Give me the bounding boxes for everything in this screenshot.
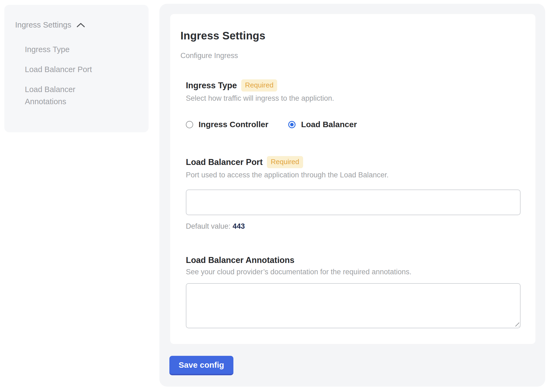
- radio-label-load-balancer: Load Balancer: [301, 120, 357, 129]
- save-config-button[interactable]: Save config: [169, 356, 233, 375]
- field-description-ingress-type: Select how traffic will ingress to the a…: [186, 94, 521, 103]
- settings-card: Ingress Settings Configure Ingress Ingre…: [170, 14, 535, 344]
- field-label-load-balancer-port: Load Balancer Port: [186, 157, 263, 167]
- default-value-label: Default value:: [186, 222, 230, 230]
- sidebar-panel: Ingress Settings Ingress Type Load Balan…: [4, 5, 149, 132]
- chevron-up-icon: [76, 22, 85, 29]
- default-value-line: Default value:443: [186, 222, 521, 231]
- section-ingress-type: Ingress Type Required Select how traffic…: [186, 79, 521, 129]
- section-load-balancer-annotations: Load Balancer Annotations See your cloud…: [186, 255, 521, 328]
- radio-icon-ingress-controller[interactable]: [186, 121, 193, 128]
- default-value: 443: [233, 222, 245, 230]
- page-title: Ingress Settings: [180, 30, 521, 42]
- sidebar-item-list: Ingress Type Load Balancer Port Load Bal…: [15, 43, 138, 108]
- field-description-load-balancer-annotations: See your cloud provider’s documentation …: [186, 268, 521, 276]
- radio-icon-load-balancer[interactable]: [288, 121, 296, 128]
- page-subtitle: Configure Ingress: [180, 52, 521, 60]
- ingress-type-label-row: Ingress Type Required: [186, 79, 521, 92]
- radio-label-ingress-controller: Ingress Controller: [199, 120, 268, 129]
- section-load-balancer-port: Load Balancer Port Required Port used to…: [186, 156, 521, 231]
- load-balancer-port-input[interactable]: [186, 190, 521, 215]
- page: Ingress Settings Ingress Type Load Balan…: [0, 0, 550, 392]
- sidebar-section-title: Ingress Settings: [15, 21, 71, 29]
- sidebar-item-load-balancer-annotations[interactable]: Load Balancer Annotations: [25, 83, 117, 108]
- radio-option-load-balancer[interactable]: Load Balancer: [288, 120, 357, 129]
- required-badge: Required: [241, 79, 277, 92]
- field-description-load-balancer-port: Port used to access the application thro…: [186, 171, 521, 179]
- lb-port-label-row: Load Balancer Port Required: [186, 156, 521, 168]
- annotations-textarea-wrap: [186, 283, 521, 328]
- field-label-load-balancer-annotations: Load Balancer Annotations: [186, 255, 294, 265]
- field-label-ingress-type: Ingress Type: [186, 81, 237, 90]
- form-sections: Ingress Type Required Select how traffic…: [186, 79, 521, 328]
- sidebar-item-ingress-type[interactable]: Ingress Type: [25, 43, 117, 56]
- lb-annotations-label-row: Load Balancer Annotations: [186, 255, 521, 265]
- sidebar-section-ingress-settings[interactable]: Ingress Settings: [15, 21, 138, 29]
- required-badge: Required: [267, 156, 303, 168]
- sidebar-item-load-balancer-port[interactable]: Load Balancer Port: [25, 63, 117, 76]
- ingress-type-radio-group: Ingress Controller Load Balancer: [186, 120, 521, 129]
- main-panel: Ingress Settings Configure Ingress Ingre…: [159, 4, 545, 387]
- load-balancer-annotations-textarea[interactable]: [186, 283, 521, 328]
- radio-option-ingress-controller[interactable]: Ingress Controller: [186, 120, 268, 129]
